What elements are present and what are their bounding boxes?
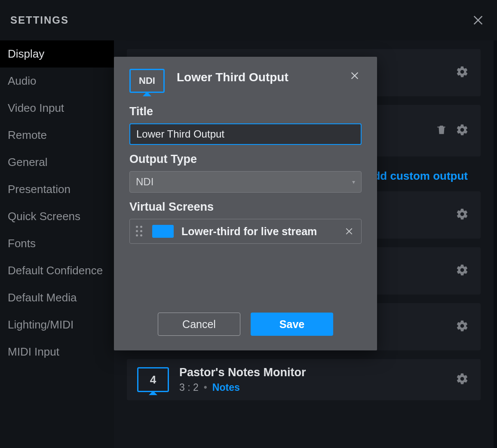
gear-icon[interactable]: [456, 264, 470, 278]
close-settings-button[interactable]: [469, 12, 487, 29]
sidebar-item-quick-screens[interactable]: Quick Screens: [0, 203, 114, 230]
sidebar-item-remote[interactable]: Remote: [0, 122, 114, 149]
remove-virtual-screen-button[interactable]: [343, 225, 355, 237]
ndi-badge-label: NDI: [139, 75, 155, 86]
output-type-value: NDI: [136, 176, 153, 188]
gear-icon[interactable]: [456, 123, 470, 138]
ndi-badge-icon: NDI: [129, 69, 165, 93]
save-button[interactable]: Save: [251, 313, 333, 336]
output-type-select[interactable]: NDI ▾: [129, 171, 362, 193]
virtual-screen-label: Lower-third for live stream: [181, 225, 335, 238]
gear-icon[interactable]: [456, 208, 470, 222]
add-custom-output-label: Add custom output: [365, 169, 468, 183]
gear-icon[interactable]: [456, 319, 470, 334]
output-ratio: 3 : 2: [179, 382, 199, 393]
output-row-info: Pastor's Notes Monitor 3 : 2 • Notes: [179, 366, 445, 393]
sidebar: Display Audio Video Input Remote General…: [0, 40, 114, 448]
output-row-pastors-notes[interactable]: 4 Pastor's Notes Monitor 3 : 2 • Notes: [127, 359, 481, 400]
sidebar-item-lighting-midi[interactable]: Lighting/MIDI: [0, 311, 114, 338]
separator-dot-icon: •: [204, 382, 207, 393]
sidebar-item-default-media[interactable]: Default Media: [0, 284, 114, 311]
sidebar-item-fonts[interactable]: Fonts: [0, 230, 114, 257]
settings-header: SETTINGS: [0, 0, 497, 40]
drag-handle-icon[interactable]: [136, 226, 144, 237]
sidebar-item-display[interactable]: Display: [0, 40, 114, 68]
virtual-screens-label: Virtual Screens: [129, 200, 362, 214]
sidebar-item-default-confidence[interactable]: Default Confidence: [0, 257, 114, 284]
page-title: SETTINGS: [10, 14, 69, 26]
edit-output-modal: NDI Lower Third Output Title Output Type…: [114, 57, 377, 350]
sidebar-item-general[interactable]: General: [0, 149, 114, 176]
cancel-button[interactable]: Cancel: [158, 313, 240, 336]
output-row-title: Pastor's Notes Monitor: [179, 366, 445, 379]
output-row-subline: 3 : 2 • Notes: [179, 382, 445, 393]
gear-icon[interactable]: [456, 372, 470, 387]
output-type-label: Output Type: [129, 153, 362, 166]
sidebar-item-presentation[interactable]: Presentation: [0, 176, 114, 203]
modal-close-button[interactable]: [348, 69, 362, 83]
sidebar-item-video-input[interactable]: Video Input: [0, 95, 114, 122]
title-field-label: Title: [129, 105, 362, 118]
sidebar-item-audio[interactable]: Audio: [0, 68, 114, 95]
title-input[interactable]: [129, 123, 362, 145]
modal-title: Lower Third Output: [177, 69, 336, 84]
color-swatch-icon: [152, 225, 174, 238]
output-tag: Notes: [212, 382, 240, 393]
sidebar-item-midi-input[interactable]: MIDI Input: [0, 338, 114, 365]
trash-icon[interactable]: [436, 123, 449, 138]
virtual-screen-item: Lower-third for live stream: [129, 219, 362, 244]
output-thumb-icon: 4: [137, 367, 169, 392]
output-thumb-number: 4: [150, 373, 156, 387]
chevron-down-icon: ▾: [352, 178, 355, 185]
gear-icon[interactable]: [456, 65, 470, 80]
